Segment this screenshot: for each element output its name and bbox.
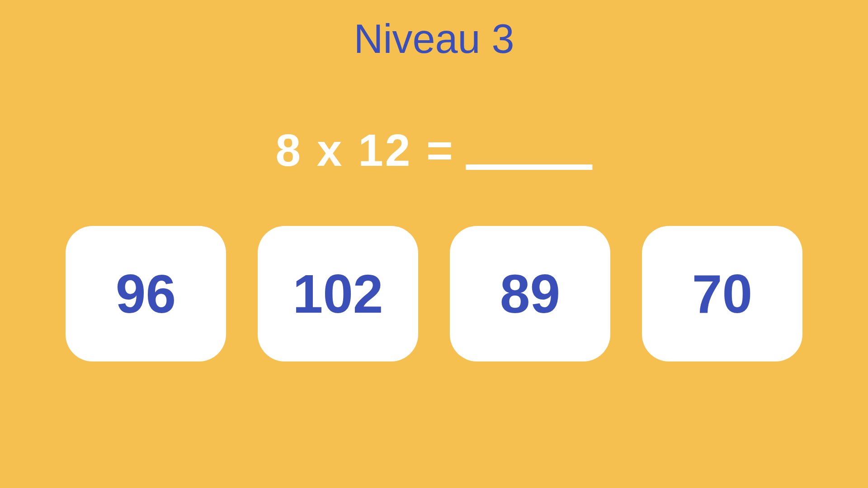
answer-option-4[interactable]: 70 [642, 226, 802, 361]
option-value: 89 [500, 263, 560, 325]
question-text: 8 x 12 = [275, 124, 454, 176]
answer-option-2[interactable]: 102 [258, 226, 418, 361]
answer-option-3[interactable]: 89 [450, 226, 610, 361]
option-value: 70 [692, 263, 752, 325]
option-value: 96 [116, 263, 176, 325]
answer-option-1[interactable]: 96 [66, 226, 226, 361]
answer-blank [466, 164, 593, 170]
option-value: 102 [292, 263, 383, 325]
options-row: 96 102 89 70 [66, 226, 802, 361]
level-title: Niveau 3 [354, 16, 514, 62]
question-row: 8 x 12 = [275, 124, 592, 176]
